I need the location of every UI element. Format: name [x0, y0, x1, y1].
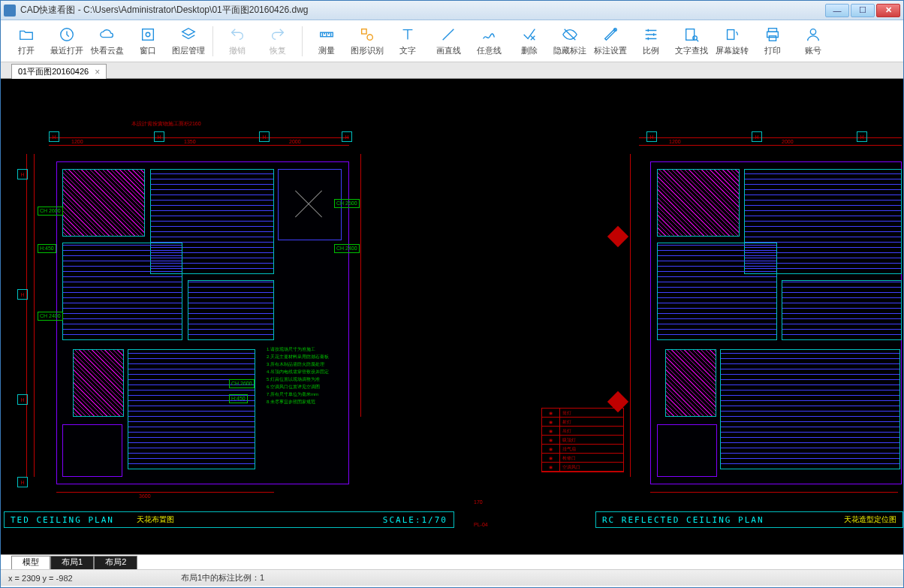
layout-tab-1[interactable]: 布局1 [50, 556, 94, 569]
maximize-button[interactable]: ☐ [851, 4, 875, 17]
statusbar: x = 2309 y = -982 布局1中的标注比例：1 [1, 569, 903, 586]
scale-label: SCALE:1/70 [383, 515, 447, 525]
tool-undo: 撤销 [218, 23, 257, 60]
annoset-icon [602, 26, 619, 43]
recent-icon [59, 26, 75, 43]
legend-table: ◉筒灯◉射灯◉吊灯◉吸顶灯◉排气扇◉检修口◉空调风口 [541, 408, 624, 472]
tool-measure[interactable]: 测量 [307, 23, 346, 60]
layout-tabbar: 模型布局1布局2 [1, 554, 903, 569]
tool-label: 窗口 [140, 45, 156, 56]
window-title: CAD快速看图 - C:\Users\Administrator\Desktop… [20, 4, 825, 17]
measure-icon [318, 26, 335, 43]
tool-text[interactable]: 文字 [388, 23, 427, 60]
cloud-icon [99, 26, 116, 43]
recognize-icon [359, 26, 375, 43]
tool-label: 恢复 [270, 45, 286, 56]
tool-label: 打开 [18, 45, 35, 56]
tool-open[interactable]: 打开 [7, 23, 46, 60]
svg-rect-4 [362, 29, 366, 33]
svg-point-13 [810, 29, 815, 34]
document-tab[interactable]: 01平面图20160426 × [11, 64, 107, 79]
tool-freeline[interactable]: 任意线 [469, 23, 508, 60]
print-icon [764, 26, 781, 43]
svg-rect-12 [769, 35, 776, 40]
tool-label: 账号 [805, 45, 821, 56]
tool-label: 打印 [764, 45, 781, 56]
tool-label: 图层管理 [172, 45, 205, 56]
floorplan-right: H H H 1200 2000 [624, 124, 902, 514]
tool-label: 任意线 [477, 45, 502, 56]
layout-tab-0[interactable]: 模型 [11, 556, 50, 569]
tool-label: 标注设置 [594, 45, 627, 56]
tool-label: 删除 [521, 45, 538, 56]
line-icon [440, 26, 457, 43]
svg-rect-1 [143, 29, 154, 40]
tool-label: 撤销 [229, 45, 246, 56]
close-button[interactable]: ✕ [876, 4, 900, 17]
document-tabbar: 01平面图20160426 × [1, 62, 903, 79]
undo-icon [229, 26, 246, 43]
redo-icon [270, 26, 286, 43]
plan-name-label: 天花造型定位图 [844, 514, 896, 525]
plan-type-label: TED CEILING PLAN [11, 515, 114, 525]
tool-label: 画直线 [436, 45, 461, 56]
tool-cloud[interactable]: 快看云盘 [88, 23, 127, 60]
tool-recent[interactable]: 最近打开 [47, 23, 86, 60]
tool-delete[interactable]: 删除 [510, 23, 549, 60]
tool-label: 比例 [643, 45, 659, 56]
findtext-icon [683, 26, 700, 43]
hideanno-icon [562, 26, 578, 43]
tool-label: 测量 [318, 45, 335, 56]
tool-print[interactable]: 打印 [753, 23, 792, 60]
minimize-button[interactable]: — [825, 4, 849, 17]
text-icon [399, 26, 416, 43]
status-note: 布局1中的标注比例：1 [181, 572, 264, 583]
svg-rect-9 [728, 29, 734, 39]
floorplan-left: 本設計需按實物施工面积2160 H H H H H H H H 1200 135… [4, 124, 387, 514]
drawing1-title-strip: TED CEILING PLAN 天花布置图 SCALE:1/70 [4, 511, 454, 528]
layout-tab-2[interactable]: 布局2 [94, 556, 137, 569]
tool-scale[interactable]: 比例 [631, 23, 670, 60]
plan-name-label: 天花布置图 [137, 514, 174, 525]
drawing-notes: 1.请按现场尺寸为准施工2.天花主要材料采用防潮石膏板3.所有木制品需防火防腐处… [267, 345, 329, 406]
titlebar: CAD快速看图 - C:\Users\Administrator\Desktop… [1, 1, 903, 20]
open-icon [18, 26, 35, 43]
svg-point-2 [146, 32, 150, 37]
svg-point-5 [367, 35, 372, 40]
drawing-canvas[interactable]: 本設計需按實物施工面积2160 H H H H H H H H 1200 135… [1, 79, 903, 554]
main-toolbar: 打开最近打开快看云盘窗口图层管理撤销恢复测量图形识别文字画直线任意线删除隐藏标注… [1, 20, 903, 62]
document-tab-label: 01平面图20160426 [18, 66, 89, 77]
tool-label: 最近打开 [50, 45, 83, 56]
freeline-icon [481, 26, 497, 43]
tool-label: 图形识别 [351, 45, 384, 56]
tool-account[interactable]: 账号 [794, 23, 833, 60]
svg-rect-10 [769, 28, 777, 32]
delete-icon [521, 26, 538, 43]
drawing2-title-strip: RC REFLECTED CEILING PLAN 天花造型定位图 [595, 511, 903, 528]
layers-icon [180, 26, 197, 43]
rotate-icon [724, 26, 740, 43]
tab-close-icon[interactable]: × [95, 67, 100, 77]
tool-findtext[interactable]: 文字查找 [672, 23, 711, 60]
app-icon [4, 5, 16, 17]
tool-layers[interactable]: 图层管理 [169, 23, 208, 60]
tool-label: 文字 [399, 45, 416, 56]
coordinate-readout: x = 2309 y = -982 [8, 574, 158, 583]
tool-hideanno[interactable]: 隐藏标注 [550, 23, 589, 60]
tool-recognize[interactable]: 图形识别 [348, 23, 387, 60]
tool-annoset[interactable]: 标注设置 [591, 23, 630, 60]
account-icon [805, 26, 821, 43]
window-controls: — ☐ ✕ [825, 4, 900, 17]
tool-label: 隐藏标注 [553, 45, 586, 56]
tool-window[interactable]: 窗口 [128, 23, 167, 60]
tool-label: 文字查找 [675, 45, 708, 56]
plan-type-label: RC REFLECTED CEILING PLAN [602, 515, 764, 525]
tool-rotate[interactable]: 屏幕旋转 [713, 23, 752, 60]
tool-label: 快看云盘 [91, 45, 124, 56]
tool-label: 屏幕旋转 [716, 45, 749, 56]
tool-line[interactable]: 画直线 [429, 23, 468, 60]
window-icon [140, 26, 156, 43]
scale-icon [643, 26, 659, 43]
tool-redo: 恢复 [258, 23, 297, 60]
